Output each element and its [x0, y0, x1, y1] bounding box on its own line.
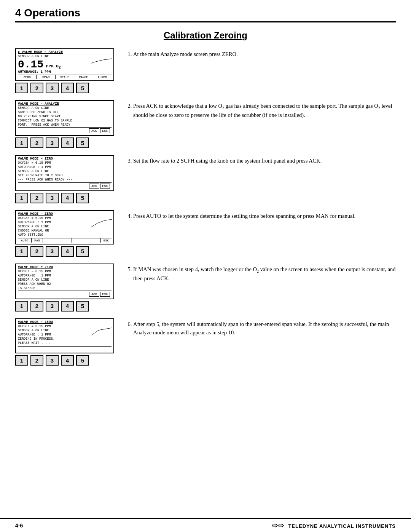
header-title: Operations: [24, 7, 80, 19]
screen-3-container: VALVE MODE = ZERO OXYGEN = 0.15 PPM AUTO…: [15, 155, 114, 203]
page-footer: 4-6 ⇨⇨ TELEDYNE ANALYTICAL INSTRUMENTS: [0, 518, 411, 532]
screen-4: VALVE MODE = ZERO OXYGEN = 0.15 PPM AUTO…: [15, 210, 114, 244]
screen-6-waveform: [91, 324, 112, 339]
screen-2-btn-row: ACK ESC: [18, 127, 112, 134]
screen-btn-zero[interactable]: ZERO: [18, 75, 37, 79]
num-btn-5[interactable]: 5: [76, 83, 89, 93]
step-4-text-col: Press AUTO to let the system determine t…: [126, 210, 396, 257]
num-btn-2-1[interactable]: 1: [15, 137, 28, 148]
step-2-row: VALVE MODE = ANALYZE SENSOR A ON LINE SC…: [15, 100, 396, 148]
section-title: Calibration Zeroing: [15, 30, 396, 41]
num-btn-2-4[interactable]: 4: [61, 137, 74, 148]
page-number: 4-6: [15, 522, 23, 529]
screen-1-buttons: ZERO SPAN SETUP RANGE ALRMR: [18, 75, 112, 79]
screen-1-waveform: [91, 54, 112, 67]
screen-3-esc[interactable]: ESC: [100, 184, 110, 189]
screen-5-btn-row: ACK ESC: [18, 291, 112, 297]
screen-1-value: 0.15: [18, 59, 43, 70]
num-btn-3-4[interactable]: 4: [61, 193, 74, 203]
num-btn-2-3[interactable]: 3: [46, 137, 59, 148]
num-btn-4-1[interactable]: 1: [15, 246, 28, 257]
step-1-row: ■ VALVE MODE = ANALYZE SENSOR A ON LINE …: [15, 48, 396, 93]
page-header: 4 Operations: [0, 0, 411, 21]
screen-1: ■ VALVE MODE = ANALYZE SENSOR A ON LINE …: [15, 48, 114, 81]
screen-4-empty2: [72, 238, 101, 243]
num-btn-4-4[interactable]: 4: [61, 246, 74, 257]
num-btn-2[interactable]: 2: [30, 83, 43, 93]
screen-btn-range[interactable]: RANGE: [74, 75, 93, 79]
screen-btn-setup[interactable]: SETUP: [56, 75, 74, 79]
screen-3-btn-row: ACK ESC: [18, 182, 112, 189]
num-buttons-1: 1 2 3 4 5: [15, 83, 114, 93]
screen-4-auto[interactable]: AUTO: [18, 238, 32, 243]
num-buttons-3: 1 2 3 4 5: [15, 193, 114, 203]
screen-1-unit: PPM O2: [43, 64, 61, 70]
num-btn-6-1[interactable]: 1: [15, 355, 28, 366]
screen-1-autorange: AUTORANGE: 1 PPM: [18, 70, 112, 74]
chapter-title: 4 Operations: [15, 7, 396, 19]
num-btn-5-1[interactable]: 1: [15, 301, 28, 312]
screen-2-lines: SENSOR A ON LINE SCHEDULED ZERO IS OFF N…: [18, 106, 112, 127]
step-2-text-col: Press ACK to acknowledge that a low O2 g…: [126, 100, 396, 148]
screen-4-container: VALVE MODE = ZERO OXYGEN = 0.15 PPM AUTO…: [15, 210, 114, 257]
step-1-text-col: At the main Analyze mode screen press ZE…: [126, 48, 396, 93]
step-6-text: After step 5, the system will automatica…: [133, 320, 396, 337]
num-btn-4-5[interactable]: 5: [76, 246, 89, 257]
step-5-text: If MAN was chosen in step 4, watch the l…: [133, 265, 396, 283]
num-btn-3-5[interactable]: 5: [76, 193, 89, 203]
num-btn-6-4[interactable]: 4: [61, 355, 74, 366]
step-2-text: Press ACK to acknowledge that a low O2 g…: [133, 102, 396, 120]
screen-btn-span[interactable]: SPAN: [37, 75, 55, 79]
step-4-row: VALVE MODE = ZERO OXYGEN = 0.15 PPM AUTO…: [15, 210, 396, 257]
num-btn-6-5[interactable]: 5: [76, 355, 89, 366]
company-label: TELEDYNE ANALYTICAL INSTRUMENTS: [288, 523, 396, 529]
company-name: ⇨⇨ TELEDYNE ANALYTICAL INSTRUMENTS: [272, 521, 396, 530]
screen-3-title: VALVE MODE = ZERO: [18, 157, 112, 161]
step-5-row: VALVE MODE = ZERO OXYGEN = 0.15 PPM AUTO…: [15, 264, 396, 312]
num-btn-2-5[interactable]: 5: [76, 137, 89, 148]
num-buttons-2: 1 2 3 4 5: [15, 137, 114, 148]
num-btn-4[interactable]: 4: [61, 83, 74, 93]
num-btn-6-3[interactable]: 3: [46, 355, 59, 366]
num-btn-5-3[interactable]: 3: [46, 301, 59, 312]
num-btn-3-2[interactable]: 2: [30, 193, 43, 203]
main-content: Calibration Zeroing ■ VALVE MODE = ANALY…: [0, 22, 411, 395]
num-btn-5-5[interactable]: 5: [76, 301, 89, 312]
num-buttons-4: 1 2 3 4 5: [15, 246, 114, 257]
num-btn-3[interactable]: 3: [46, 83, 59, 93]
num-btn-2-2[interactable]: 2: [30, 137, 43, 148]
screen-4-waveform: [91, 216, 112, 231]
screen-5-container: VALVE MODE = ZERO OXYGEN = 0.15 PPM AUTO…: [15, 264, 114, 312]
step-6-text-col: After step 5, the system will automatica…: [126, 318, 396, 366]
num-btn-6-2[interactable]: 2: [30, 355, 43, 366]
num-btn-5-4[interactable]: 4: [61, 301, 74, 312]
num-btn-1[interactable]: 1: [15, 83, 28, 93]
num-buttons-6: 1 2 3 4 5: [15, 355, 114, 366]
screen-6: VALVE MODE = ZERO OXYGEN = 0.15 PPM SENS…: [15, 318, 114, 353]
num-btn-4-2[interactable]: 2: [30, 246, 43, 257]
num-btn-5-2[interactable]: 2: [30, 301, 43, 312]
screen-4-esc-btn[interactable]: ESC: [101, 238, 112, 243]
screen-2-ack[interactable]: ACK: [89, 128, 99, 133]
screen-5-esc[interactable]: ESC: [100, 292, 110, 297]
screen-5-ack[interactable]: ACK: [89, 292, 99, 297]
screen-2: VALVE MODE = ANALYZE SENSOR A ON LINE SC…: [15, 100, 114, 136]
step-1-text: At the main Analyze mode screen press ZE…: [133, 50, 396, 58]
screen-4-empty1: [43, 238, 72, 243]
screen-6-container: VALVE MODE = ZERO OXYGEN = 0.15 PPM SENS…: [15, 318, 114, 366]
screen-btn-alrmr[interactable]: ALRMR: [93, 75, 112, 79]
step-4-text: Press AUTO to let the system determine t…: [133, 212, 396, 220]
chapter-number: 4: [15, 7, 21, 19]
screen-3-ack[interactable]: ACK: [89, 184, 99, 189]
arrow-icon: ⇨⇨: [272, 522, 284, 529]
screen-3: VALVE MODE = ZERO OXYGEN = 0.15 PPM AUTO…: [15, 155, 114, 191]
num-btn-3-1[interactable]: 1: [15, 193, 28, 203]
num-btn-3-3[interactable]: 3: [46, 193, 59, 203]
screen-2-esc[interactable]: ESC: [100, 128, 110, 133]
screen-4-man[interactable]: MAN: [32, 238, 43, 243]
num-btn-4-3[interactable]: 3: [46, 246, 59, 257]
step-3-row: VALVE MODE = ZERO OXYGEN = 0.15 PPM AUTO…: [15, 155, 396, 203]
screen-2-title: VALVE MODE = ANALYZE: [18, 102, 112, 106]
screen-1-container: ■ VALVE MODE = ANALYZE SENSOR A ON LINE …: [15, 48, 114, 93]
screen-2-container: VALVE MODE = ANALYZE SENSOR A ON LINE SC…: [15, 100, 114, 148]
